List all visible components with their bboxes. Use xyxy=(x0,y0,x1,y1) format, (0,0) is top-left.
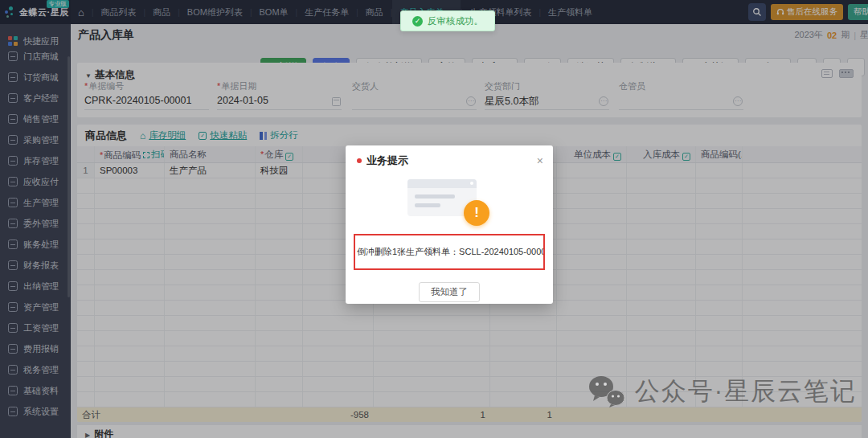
app-window: 金蝶云·星辰 专业版 ⌂ | 商品列表|商品|BOM维护列表|BOM单|生产任务… xyxy=(0,0,868,438)
red-dot-icon xyxy=(357,158,362,163)
watermark-text: 公众号·星辰云笔记 xyxy=(635,375,857,408)
dialog-title: 业务提示 xyxy=(366,154,532,168)
notice-illustration: ! xyxy=(396,176,502,226)
success-check-icon: ✓ xyxy=(412,16,423,27)
close-icon[interactable]: × xyxy=(537,155,543,166)
business-prompt-dialog: 业务提示 × ! 倒冲删除1张生产领料单：SCLL-20240105-00001… xyxy=(346,145,553,304)
watermark: 公众号·星辰云笔记 xyxy=(587,375,857,408)
dialog-message: 倒冲删除1张生产领料单：SCLL-20240105-00001 xyxy=(354,234,545,270)
warning-exclamation-icon: ! xyxy=(464,200,489,226)
acknowledge-button[interactable]: 我知道了 xyxy=(419,282,480,302)
wechat-icon xyxy=(587,375,627,408)
toast-message: 反审核成功。 xyxy=(428,15,483,27)
success-toast: ✓ 反审核成功。 xyxy=(400,10,495,31)
